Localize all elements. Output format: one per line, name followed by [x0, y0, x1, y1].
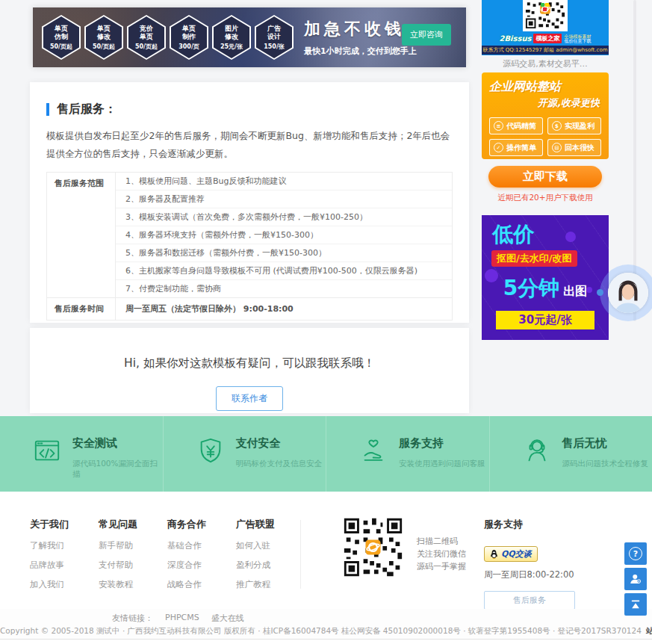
footer-col-title: 商务合作 — [167, 518, 236, 531]
badge-line: 广告 — [267, 25, 281, 33]
feature-title: 安全测试 — [72, 436, 163, 451]
table-row: 3、模板安装调试（首次免费，多次需额外付费，一般¥100-250） — [116, 208, 452, 226]
footer-link[interactable]: 安装教程 — [99, 579, 167, 589]
qq-penguin-icon — [490, 549, 498, 559]
copyright-text: Copyright © 2005-2018 测试中 · 广西我约互动科技有限公司… — [0, 626, 642, 635]
table-time-label: 售后服务时间 — [47, 297, 116, 320]
friend-link[interactable]: PHPCMS — [165, 613, 199, 624]
footer-link[interactable]: 如何入驻 — [236, 540, 305, 551]
ad-title: 企业网站整站 — [489, 79, 609, 95]
ad-speed-small: 出图 — [563, 284, 587, 298]
ad-qr-code — [523, 0, 568, 31]
support-hours: 周一至周日8:00-22:00 — [484, 569, 575, 580]
help-button[interactable]: ? — [624, 542, 647, 565]
qr-caption-line: 源码一手掌握 — [417, 560, 466, 573]
after-sales-service-button[interactable]: 售后服务 — [484, 591, 575, 610]
footer-link[interactable]: 深度合作 — [167, 560, 236, 570]
qr-color-block — [545, 3, 549, 7]
question-icon: ? — [629, 547, 642, 560]
ad-feature: ≡ 代码精简 — [489, 117, 543, 134]
feature-security-test: 安全测试 源代码100%漏洞全面扫描 — [0, 416, 163, 492]
guarantee-strip: 安全测试 源代码100%漏洞全面扫描 支付安全 明码标价支付及信息安全 服务支持 — [0, 416, 652, 492]
wechat-qr-code — [342, 516, 404, 578]
footer-link[interactable]: 推广教程 — [236, 579, 305, 589]
qr-caption-line: 关注我们微信 — [417, 548, 466, 560]
feature-desc: 明码标价支付及信息安全 — [236, 459, 323, 469]
price-badge: 竞价 单页 50/页起 — [127, 15, 166, 60]
ad-feature: $ 实现盈利 — [547, 117, 601, 134]
avatar-dot — [597, 289, 603, 296]
ad-feature: ⊟ 回本很快 — [547, 139, 601, 156]
headset-icon — [523, 436, 551, 465]
badge-line: 制作 — [182, 33, 196, 41]
footer-link[interactable]: 品牌故事 — [30, 560, 99, 570]
ad-feature: ✓ 操作简单 — [489, 139, 543, 156]
banner-title: 加急不收钱 — [304, 18, 417, 40]
price-badge: 单页 制作 300/页 — [170, 15, 208, 60]
footer: 关于我们 了解我们 品牌故事 加入我们 常见问题 新手帮助 支付帮助 安装教程 … — [0, 492, 652, 609]
table-row: 6、主机搬家等自身问题导致模板不可用 (代调试费用¥100-500，仅限云服务器… — [116, 262, 452, 280]
check-icon: ✓ — [494, 143, 503, 152]
ad-feature-label: 实现盈利 — [565, 121, 594, 131]
table-row: 2、服务器及配置推荐 — [116, 191, 452, 208]
download-note: 近期已有20+用户下载使用 — [482, 193, 609, 203]
download-now-button[interactable]: 立即下载 — [488, 166, 602, 188]
copyright: Copyright © 2005-2018 测试中 · 广西我约互动科技有限公司… — [0, 626, 652, 637]
footer-link[interactable]: 支付帮助 — [99, 560, 167, 570]
qr-color-block — [541, 3, 544, 7]
footer-link[interactable]: 了解我们 — [30, 540, 99, 551]
contact-card: Hi, 如果你对这款模板有疑问，可以跟我联系哦！ 联系作者 — [30, 328, 469, 413]
ad-services-pill: 抠图/去水印/改图 — [491, 250, 577, 267]
badge-line: 单页 — [55, 25, 68, 33]
badge-price: 50/页起 — [93, 43, 115, 51]
footer-col-ads: 广告联盟 如何入驻 盈利分成 推广教程 — [236, 518, 305, 589]
table-scope-label: 售后服务范围 — [47, 173, 116, 297]
footer-link[interactable]: 盈利分成 — [236, 560, 305, 570]
consult-now-button[interactable]: 立即咨询 — [402, 24, 451, 46]
top-arrow-icon — [629, 598, 642, 611]
shield-yen-icon — [196, 436, 225, 465]
badge-line: 修改 — [97, 33, 111, 41]
footer-link[interactable]: 基础合作 — [167, 540, 236, 551]
contact-author-button[interactable]: 联系作者 — [216, 386, 283, 411]
badge-price: 25元/张 — [220, 43, 243, 51]
ad-contact-info: 联系方式 QQ:12545297 邮箱 admin@whsoft.com — [482, 46, 609, 55]
friend-link[interactable]: 盛大在线 — [211, 613, 244, 624]
footer-link[interactable]: 新手帮助 — [99, 540, 167, 551]
badge-line: 单页 — [140, 33, 153, 41]
ad-feature-label: 回本很快 — [565, 143, 594, 153]
price-badges: 单页 仿制 50/页起 单页 修改 50/页起 竞价 单页 50/页起 单页 制… — [42, 15, 294, 60]
feature-desc: 源代码100%漏洞全面扫描 — [72, 459, 163, 480]
support-avatar[interactable] — [600, 264, 652, 321]
footer-col-title: 服务支持 — [484, 518, 575, 531]
feature-after-sales: 售后无忧 源码出问题技术全程修复 — [489, 416, 652, 492]
footer-link[interactable]: 战略合作 — [167, 579, 236, 589]
footer-col-about: 关于我们 了解我们 品牌故事 加入我们 — [30, 518, 99, 589]
feature-desc: 安装使用遇到问题问客服 — [399, 459, 485, 469]
footer-col-title: 常见问题 — [99, 518, 167, 531]
website-package-ad[interactable]: 企业网站整站 开源,收录更快 ≡ 代码精简 $ 实现盈利 ✓ 操作简单 ⊟ 回本… — [482, 72, 609, 159]
marketplace-ad[interactable]: 2Bissus 模板之家 全场模板素材 低价任意下载 联系方式 QQ:12545… — [482, 0, 609, 55]
price-badge: 单页 修改 50/页起 — [84, 15, 123, 60]
qq-chat-button[interactable]: QQ交谈 — [484, 546, 538, 562]
footer-divider — [300, 520, 301, 589]
contact-service-button[interactable] — [624, 568, 647, 590]
price-badge: 单页 仿制 50/页起 — [42, 15, 81, 60]
rush-service-banner[interactable]: 单页 仿制 50/页起 单页 修改 50/页起 竞价 单页 50/页起 单页 制… — [33, 7, 466, 67]
site-stats-link[interactable]: 站长统计 — [646, 626, 652, 635]
ad-price-tag: 30元起/张 — [496, 311, 594, 329]
ad-headline: 低价 — [492, 223, 609, 247]
price-badge: 广告 设计 150/张 — [255, 15, 294, 60]
ad-speed-big: 5分钟 — [503, 276, 559, 300]
footer-support: 服务支持 QQ交谈 周一至周日8:00-22:00 售后服务 — [484, 518, 575, 610]
back-to-top-button[interactable] — [624, 593, 647, 616]
badge-line: 图片 — [225, 25, 238, 33]
footer-link[interactable]: 加入我们 — [30, 579, 99, 589]
after-sales-card: 售后服务： 模板提供自发布日起至少2年的售后服务，期间会不断更新Bug、新增功能… — [30, 82, 469, 323]
avatar-photo — [608, 273, 648, 313]
table-row: 1、模板使用问题、主题Bug反馈和功能建议 — [116, 173, 452, 191]
ad-logo-badge: 模板之家 — [533, 34, 562, 43]
feature-title: 支付安全 — [236, 436, 323, 451]
image-editing-ad[interactable]: 低价 抠图/去水印/改图 5分钟 出图 30元起/张 — [482, 215, 609, 340]
table-row: 5、服务器和数据迁移（需额外付费，一般¥150-300） — [116, 244, 452, 262]
